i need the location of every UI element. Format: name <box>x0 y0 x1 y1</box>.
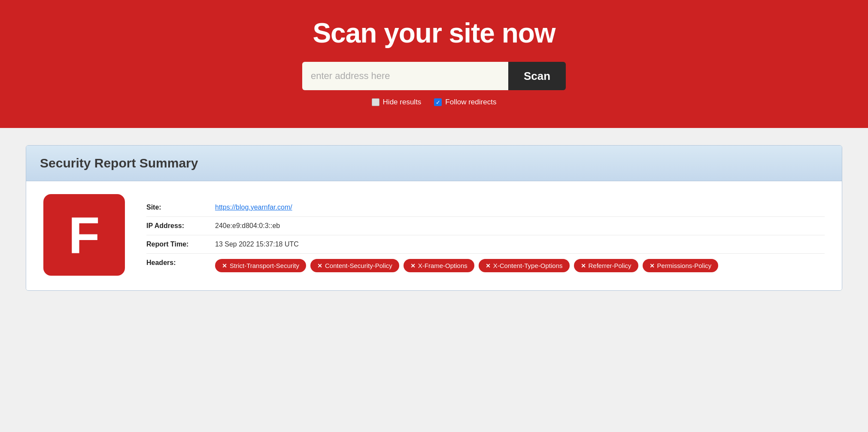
scan-form: Scan <box>9 62 859 90</box>
header-tag-sts: ✕ Strict-Transport-Security <box>215 259 306 272</box>
header-tag-xfo-label: X-Frame-Options <box>418 262 467 269</box>
report-card: Security Report Summary F Site: https://… <box>26 145 842 291</box>
header-tag-csp-label: Content-Security-Policy <box>325 262 392 269</box>
header-tag-rp-label: Referrer-Policy <box>589 262 631 269</box>
report-body: F Site: https://blog.yearnfar.com/ IP Ad… <box>26 181 842 290</box>
header-tag-pp-label: Permissions-Policy <box>657 262 712 269</box>
scan-button[interactable]: Scan <box>508 62 566 90</box>
follow-redirects-checkbox[interactable]: ✓ <box>434 98 442 106</box>
site-row: Site: https://blog.yearnfar.com/ <box>146 198 825 217</box>
ip-label: IP Address: <box>146 222 206 230</box>
site-link[interactable]: https://blog.yearnfar.com/ <box>215 204 292 211</box>
hero-section: Scan your site now Scan Hide results ✓ F… <box>0 0 868 128</box>
x-icon-pp: ✕ <box>649 262 655 269</box>
header-tag-csp: ✕ Content-Security-Policy <box>310 259 399 272</box>
headers-row: Headers: ✕ Strict-Transport-Security ✕ C… <box>146 254 825 277</box>
header-tag-sts-label: Strict-Transport-Security <box>230 262 299 269</box>
follow-redirects-label: Follow redirects <box>445 98 496 106</box>
headers-container: ✕ Strict-Transport-Security ✕ Content-Se… <box>215 259 718 272</box>
report-header: Security Report Summary <box>26 146 842 181</box>
header-tag-xcto: ✕ X-Content-Type-Options <box>479 259 570 272</box>
follow-redirects-option[interactable]: ✓ Follow redirects <box>434 98 496 106</box>
hide-results-label: Hide results <box>383 98 422 106</box>
hide-results-checkbox[interactable] <box>372 98 379 106</box>
grade-badge: F <box>43 194 125 276</box>
x-icon-xcto: ✕ <box>486 262 491 269</box>
x-icon-sts: ✕ <box>222 262 227 269</box>
x-icon-rp: ✕ <box>581 262 586 269</box>
site-value: https://blog.yearnfar.com/ <box>215 204 292 211</box>
header-tag-xcto-label: X-Content-Type-Options <box>493 262 563 269</box>
scan-options: Hide results ✓ Follow redirects <box>9 98 859 106</box>
header-tag-pp: ✕ Permissions-Policy <box>643 259 719 272</box>
header-tag-xfo: ✕ X-Frame-Options <box>404 259 474 272</box>
report-time-value: 13 Sep 2022 15:37:18 UTC <box>215 240 299 248</box>
report-title: Security Report Summary <box>40 156 828 170</box>
x-icon-xfo: ✕ <box>410 262 416 269</box>
hide-results-option[interactable]: Hide results <box>372 98 422 106</box>
x-icon-csp: ✕ <box>317 262 322 269</box>
ip-row: IP Address: 240e:e9:d804:0:3::eb <box>146 217 825 235</box>
site-label: Site: <box>146 204 206 211</box>
url-input[interactable] <box>302 62 508 90</box>
report-time-label: Report Time: <box>146 240 206 248</box>
report-content: F Site: https://blog.yearnfar.com/ IP Ad… <box>43 194 825 277</box>
grade-letter: F <box>68 209 100 261</box>
header-tag-rp: ✕ Referrer-Policy <box>574 259 638 272</box>
page-title: Scan your site now <box>9 17 859 49</box>
report-details: Site: https://blog.yearnfar.com/ IP Addr… <box>146 194 825 277</box>
report-time-row: Report Time: 13 Sep 2022 15:37:18 UTC <box>146 235 825 254</box>
ip-value: 240e:e9:d804:0:3::eb <box>215 222 280 230</box>
main-content: Security Report Summary F Site: https://… <box>0 128 868 308</box>
headers-label: Headers: <box>146 259 206 267</box>
